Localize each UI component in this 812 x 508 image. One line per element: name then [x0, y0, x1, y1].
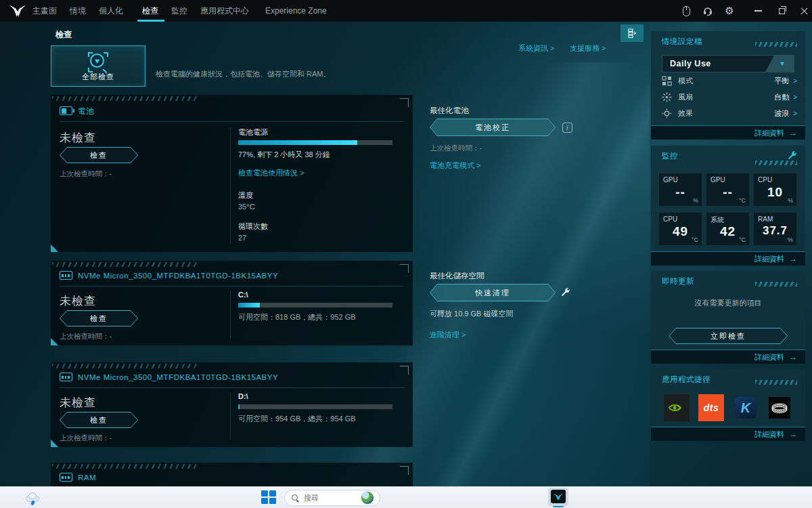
divider — [230, 291, 231, 338]
active-app-underline — [553, 506, 564, 508]
profile-details-link[interactable]: 詳細資料 → — [651, 125, 805, 140]
header-stripes-decor — [755, 42, 797, 47]
quick-clean-button[interactable]: 快速清理 — [430, 284, 556, 301]
search-input[interactable] — [304, 494, 357, 502]
divider — [60, 121, 404, 122]
window-minimize-button[interactable] — [748, 0, 768, 22]
nvme1-usage-bar-fill — [238, 303, 260, 308]
monitor-tile-ram-load: RAM37.7% — [753, 212, 797, 246]
health-check-icon: ♥ — [88, 52, 108, 72]
predator-sense-active-slot[interactable] — [548, 488, 568, 506]
arrow-right-icon: → — [789, 429, 797, 439]
divider — [60, 387, 404, 388]
dts-app-icon[interactable]: dts — [698, 394, 724, 421]
battery-charge-mode-link[interactable]: 電池充電模式 > — [430, 161, 480, 171]
seagate-rings-icon — [771, 400, 788, 415]
battery-icon — [60, 106, 72, 115]
nvme2-usage-bar — [238, 404, 392, 409]
nvme2-section: NVMe Micron_3500_MTFDKBA1T0TGD-1BK15ABYY… — [51, 362, 413, 447]
profile-dropdown[interactable]: Daily Use ▼ — [662, 55, 794, 72]
battery-last-check: 上次檢查時間：- — [60, 169, 112, 179]
wrench-icon[interactable] — [787, 150, 797, 161]
nvidia-app-icon[interactable] — [664, 394, 690, 421]
battery-usage-link[interactable]: 檢查電池使用情況 > — [238, 168, 304, 178]
nvme2-space-info: 可用空間：954 GB，總共：954 GB — [238, 414, 356, 424]
advanced-clean-link[interactable]: 進階清理 > — [430, 330, 466, 340]
wrench-icon[interactable] — [560, 287, 570, 297]
update-panel-header: 即時更新 — [662, 276, 694, 287]
check-now-button[interactable]: 立即檢查 — [669, 328, 788, 344]
system-info-link[interactable]: 系統資訊 > — [518, 43, 554, 54]
mouse-device-icon[interactable] — [679, 5, 693, 17]
monitor-panel-header: 監控 — [662, 151, 678, 161]
nvme2-drive-letter: D:\ — [238, 392, 248, 400]
profile-row-fan[interactable]: 風扇 自動 > — [662, 89, 797, 104]
arrow-right-icon: → — [789, 254, 797, 263]
all-check-card[interactable]: ♥ 全部檢查 — [51, 45, 145, 87]
weather-widget[interactable] — [24, 491, 45, 506]
nav-home[interactable]: 主畫面 — [32, 0, 57, 22]
monitor-tile-system-temp: 系統42°C — [706, 212, 750, 246]
seagate-app-icon[interactable] — [769, 397, 790, 419]
nav-scenario[interactable]: 情境 — [70, 0, 86, 22]
nvme1-last-check: 上次檢查時間：- — [60, 332, 112, 341]
battery-calibration-button[interactable]: 電池校正 — [430, 119, 556, 136]
panel-toggle-tab[interactable] — [621, 24, 644, 42]
page-title: 檢查 — [55, 29, 72, 41]
arrow-right-icon: → — [789, 128, 797, 137]
corner-accent — [51, 440, 58, 447]
settings-gear-icon[interactable]: ⚙ — [723, 5, 736, 17]
start-button[interactable] — [261, 490, 277, 505]
header-stripes-decor — [755, 380, 797, 385]
shortcuts-details-link[interactable]: 詳細資料 → — [651, 427, 805, 441]
nav-experience-zone[interactable]: Experience Zone — [265, 0, 327, 22]
window-restore-button[interactable] — [771, 0, 792, 22]
reclaim-space-note: 可釋放 10.9 GB 磁碟空間 — [430, 309, 513, 319]
battery-power-label: 電池電源 — [238, 127, 268, 137]
nvme1-title: NVMe Micron_3500_MTFDKBA1T0TGD-1BK15ABYY — [78, 272, 278, 280]
nvme1-check-button[interactable]: 檢查 — [60, 310, 138, 326]
battery-power-text: 77%, 剩下 2 小時又 38 分鐘 — [238, 150, 330, 160]
nvme1-drive-letter: C:\ — [238, 291, 248, 299]
profile-row-mode[interactable]: 模式 平衡 > — [662, 73, 797, 88]
battery-check-button[interactable]: 檢查 — [60, 147, 138, 163]
divider — [230, 392, 231, 440]
profile-panel-header: 情境設定檔 — [662, 37, 702, 47]
nvme2-check-button[interactable]: 檢查 — [60, 412, 138, 428]
arrow-right-icon: → — [789, 352, 797, 362]
nav-checkup[interactable]: 檢查 — [142, 0, 158, 22]
info-icon[interactable]: i — [562, 123, 572, 133]
battery-status: 未檢查 — [60, 130, 96, 146]
profile-row-effect[interactable]: 效果 波浪 > — [662, 106, 797, 121]
divider — [230, 127, 231, 244]
ram-icon — [60, 473, 72, 482]
panel-list-icon — [627, 28, 637, 39]
nvme1-usage-bar — [238, 303, 392, 308]
nvme1-space-info: 可用空間：818 GB，總共：952 GB — [238, 312, 356, 322]
nvme1-section: NVMe Micron_3500_MTFDKBA1T0TGD-1BK15ABYY… — [51, 261, 413, 345]
update-details-link[interactable]: 詳細資料 → — [651, 350, 805, 364]
battery-cycle-value: 27 — [238, 234, 246, 242]
app-shortcuts-panel: 應用程式捷徑 dts K 詳細資料 → — [651, 369, 805, 441]
nav-personalize[interactable]: 個人化 — [99, 0, 123, 22]
monitor-details-link[interactable]: 詳細資料 → — [651, 251, 805, 266]
optimize-battery-last-check: 上次檢查時間：- — [430, 144, 482, 153]
nav-app-center[interactable]: 應用程式中心 — [200, 0, 249, 22]
dropdown-cap: ▼ — [765, 56, 794, 72]
monitor-panel: 監控 GPU--% GPU--°C CPU10% CPU49°C 系統42°C … — [651, 146, 805, 266]
live-update-panel: 即時更新 沒有需要更新的項目 立即檢查 詳細資料 → — [651, 271, 805, 364]
battery-temp-label: 溫度 — [238, 190, 253, 200]
window-close-button[interactable] — [794, 0, 812, 22]
windows-taskbar: 6 27°C 小雨 — [0, 486, 812, 508]
ssd-icon — [60, 271, 72, 280]
scenario-profile-panel: 情境設定檔 Daily Use ▼ 模式 平衡 > 風扇 自動 > — [651, 31, 805, 140]
monitor-tile-gpu-temp: GPU--°C — [706, 173, 750, 207]
title-bar: 主畫面 情境 個人化 檢查 監控 應用程式中心 Experience Zone … — [0, 0, 812, 22]
headset-icon[interactable] — [701, 5, 715, 17]
killer-app-icon[interactable]: K — [735, 397, 757, 419]
support-service-link[interactable]: 支援服務 > — [570, 43, 606, 54]
header-stripes-decor — [755, 282, 797, 287]
ssd-icon — [60, 373, 72, 381]
search-box[interactable] — [284, 490, 380, 506]
nav-monitor[interactable]: 監控 — [171, 0, 187, 22]
